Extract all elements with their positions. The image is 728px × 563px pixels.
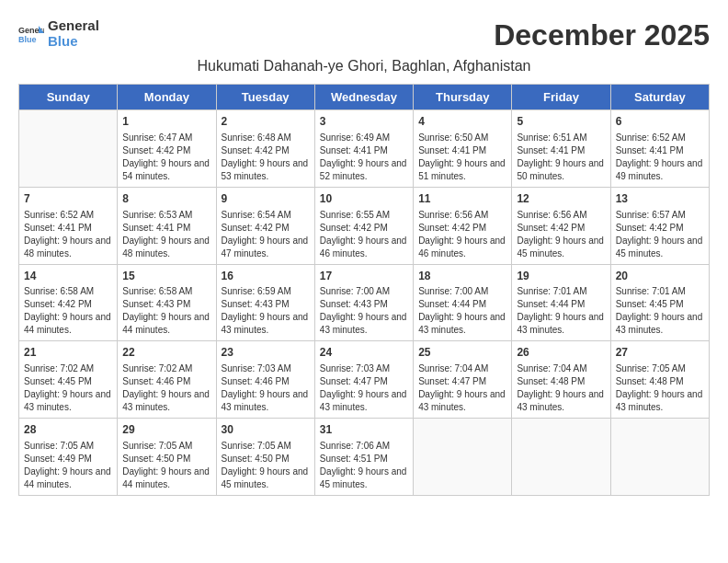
daylight-text: Daylight: 9 hours and 44 minutes. xyxy=(24,311,112,337)
sunset-text: Sunset: 4:41 PM xyxy=(418,144,506,157)
sunrise-text: Sunrise: 7:05 AM xyxy=(222,440,310,453)
sunrise-text: Sunrise: 7:03 AM xyxy=(222,362,310,375)
daylight-text: Daylight: 9 hours and 49 minutes. xyxy=(616,157,704,183)
sunset-text: Sunset: 4:41 PM xyxy=(122,222,210,235)
month-title: December 2025 xyxy=(494,18,710,52)
daylight-text: Daylight: 9 hours and 47 minutes. xyxy=(222,235,310,260)
sunset-text: Sunset: 4:41 PM xyxy=(616,144,704,157)
calendar-cell: 29Sunrise: 7:05 AMSunset: 4:50 PMDayligh… xyxy=(118,419,216,496)
daylight-text: Daylight: 9 hours and 43 minutes. xyxy=(517,388,605,414)
sunrise-text: Sunrise: 7:01 AM xyxy=(616,285,704,298)
daylight-text: Daylight: 9 hours and 44 minutes. xyxy=(122,311,210,337)
calendar-cell: 27Sunrise: 7:05 AMSunset: 4:48 PMDayligh… xyxy=(610,341,709,419)
sunrise-text: Sunrise: 6:53 AM xyxy=(122,209,210,222)
calendar-cell: 3Sunrise: 6:49 AMSunset: 4:41 PMDaylight… xyxy=(314,110,413,188)
daylight-text: Daylight: 9 hours and 51 minutes. xyxy=(418,157,506,183)
sunset-text: Sunset: 4:43 PM xyxy=(222,298,310,311)
calendar-header-sunday: Sunday xyxy=(19,85,118,110)
day-number: 11 xyxy=(418,191,506,207)
calendar-header-tuesday: Tuesday xyxy=(216,85,314,110)
sunset-text: Sunset: 4:44 PM xyxy=(517,298,605,311)
sunrise-text: Sunrise: 7:03 AM xyxy=(320,362,408,375)
calendar-cell: 31Sunrise: 7:06 AMSunset: 4:51 PMDayligh… xyxy=(314,419,413,496)
calendar-header-thursday: Thursday xyxy=(414,85,512,110)
sunrise-text: Sunrise: 6:56 AM xyxy=(517,209,605,222)
sunrise-text: Sunrise: 6:57 AM xyxy=(616,209,704,222)
day-number: 14 xyxy=(24,269,112,284)
daylight-text: Daylight: 9 hours and 45 minutes. xyxy=(222,465,310,491)
calendar-cell: 8Sunrise: 6:53 AMSunset: 4:41 PMDaylight… xyxy=(118,187,216,264)
day-number: 25 xyxy=(418,345,506,361)
sunrise-text: Sunrise: 7:02 AM xyxy=(122,362,210,375)
calendar-cell: 22Sunrise: 7:02 AMSunset: 4:46 PMDayligh… xyxy=(118,341,216,419)
calendar-cell: 2Sunrise: 6:48 AMSunset: 4:42 PMDaylight… xyxy=(216,110,314,188)
daylight-text: Daylight: 9 hours and 50 minutes. xyxy=(517,157,605,183)
calendar-cell xyxy=(414,419,512,496)
day-number: 12 xyxy=(517,191,605,207)
calendar-cell: 1Sunrise: 6:47 AMSunset: 4:42 PMDaylight… xyxy=(118,110,216,188)
sunrise-text: Sunrise: 7:00 AM xyxy=(418,285,506,298)
daylight-text: Daylight: 9 hours and 43 minutes. xyxy=(222,311,310,337)
sunrise-text: Sunrise: 6:51 AM xyxy=(517,132,605,144)
sunset-text: Sunset: 4:42 PM xyxy=(122,144,210,157)
day-number: 30 xyxy=(222,422,310,438)
sunrise-text: Sunrise: 6:49 AM xyxy=(320,132,408,144)
day-number: 24 xyxy=(320,345,408,361)
calendar-cell: 4Sunrise: 6:50 AMSunset: 4:41 PMDaylight… xyxy=(414,110,512,188)
daylight-text: Daylight: 9 hours and 43 minutes. xyxy=(24,388,112,414)
day-number: 31 xyxy=(320,422,408,438)
daylight-text: Daylight: 9 hours and 45 minutes. xyxy=(320,465,408,491)
sunrise-text: Sunrise: 6:52 AM xyxy=(616,132,704,144)
sunrise-text: Sunrise: 7:02 AM xyxy=(24,362,112,375)
day-number: 4 xyxy=(418,114,506,130)
daylight-text: Daylight: 9 hours and 54 minutes. xyxy=(122,157,210,183)
calendar-week-row: 14Sunrise: 6:58 AMSunset: 4:42 PMDayligh… xyxy=(19,264,710,341)
calendar: SundayMondayTuesdayWednesdayThursdayFrid… xyxy=(18,84,710,496)
sunrise-text: Sunrise: 6:47 AM xyxy=(122,132,210,144)
day-number: 6 xyxy=(616,114,704,130)
sunset-text: Sunset: 4:41 PM xyxy=(517,144,605,157)
day-number: 19 xyxy=(517,269,605,284)
calendar-cell: 13Sunrise: 6:57 AMSunset: 4:42 PMDayligh… xyxy=(610,187,709,264)
sunset-text: Sunset: 4:44 PM xyxy=(418,298,506,311)
sunrise-text: Sunrise: 6:59 AM xyxy=(222,285,310,298)
sunrise-text: Sunrise: 6:52 AM xyxy=(24,209,112,222)
sunset-text: Sunset: 4:47 PM xyxy=(418,375,506,388)
sunrise-text: Sunrise: 6:54 AM xyxy=(222,209,310,222)
sunset-text: Sunset: 4:46 PM xyxy=(222,375,310,388)
sunset-text: Sunset: 4:48 PM xyxy=(616,375,704,388)
sunset-text: Sunset: 4:43 PM xyxy=(320,298,408,311)
calendar-cell: 26Sunrise: 7:04 AMSunset: 4:48 PMDayligh… xyxy=(512,341,610,419)
calendar-cell: 14Sunrise: 6:58 AMSunset: 4:42 PMDayligh… xyxy=(19,264,118,341)
calendar-cell: 24Sunrise: 7:03 AMSunset: 4:47 PMDayligh… xyxy=(314,341,413,419)
day-number: 23 xyxy=(222,345,310,361)
calendar-cell: 25Sunrise: 7:04 AMSunset: 4:47 PMDayligh… xyxy=(414,341,512,419)
sunrise-text: Sunrise: 6:58 AM xyxy=(122,285,210,298)
calendar-cell: 18Sunrise: 7:00 AMSunset: 4:44 PMDayligh… xyxy=(414,264,512,341)
daylight-text: Daylight: 9 hours and 45 minutes. xyxy=(616,235,704,260)
daylight-text: Daylight: 9 hours and 43 minutes. xyxy=(616,311,704,337)
sunset-text: Sunset: 4:50 PM xyxy=(222,453,310,465)
daylight-text: Daylight: 9 hours and 43 minutes. xyxy=(122,388,210,414)
daylight-text: Daylight: 9 hours and 43 minutes. xyxy=(222,388,310,414)
calendar-week-row: 21Sunrise: 7:02 AMSunset: 4:45 PMDayligh… xyxy=(19,341,710,419)
sunset-text: Sunset: 4:42 PM xyxy=(418,222,506,235)
daylight-text: Daylight: 9 hours and 48 minutes. xyxy=(122,235,210,260)
day-number: 5 xyxy=(517,114,605,130)
daylight-text: Daylight: 9 hours and 45 minutes. xyxy=(517,235,605,260)
daylight-text: Daylight: 9 hours and 43 minutes. xyxy=(320,388,408,414)
sunrise-text: Sunrise: 6:58 AM xyxy=(24,285,112,298)
month-title-section: December 2025 xyxy=(494,18,710,52)
day-number: 13 xyxy=(616,191,704,207)
calendar-header-saturday: Saturday xyxy=(610,85,709,110)
sunrise-text: Sunrise: 7:05 AM xyxy=(122,440,210,453)
day-number: 3 xyxy=(320,114,408,130)
sunset-text: Sunset: 4:41 PM xyxy=(24,222,112,235)
day-number: 22 xyxy=(122,345,210,361)
calendar-cell: 16Sunrise: 6:59 AMSunset: 4:43 PMDayligh… xyxy=(216,264,314,341)
sunset-text: Sunset: 4:49 PM xyxy=(24,453,112,465)
day-number: 27 xyxy=(616,345,704,361)
calendar-cell xyxy=(19,110,118,188)
day-number: 10 xyxy=(320,191,408,207)
calendar-header-row: SundayMondayTuesdayWednesdayThursdayFrid… xyxy=(19,85,710,110)
